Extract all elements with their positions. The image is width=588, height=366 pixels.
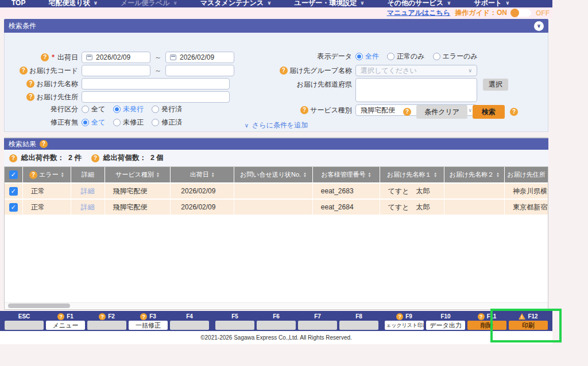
radio-issue-not-issued[interactable] <box>113 106 121 113</box>
detail-link[interactable]: 詳細 <box>81 186 95 196</box>
dest-code-to-input[interactable] <box>165 65 234 76</box>
radio-label: 全件 <box>365 52 379 61</box>
ship-date-from-input[interactable]: 2026/02/09 <box>82 52 150 63</box>
search-button[interactable]: 検索 <box>473 105 505 119</box>
collapse-panel-button[interactable] <box>534 21 544 31</box>
fkey-f7: F7 <box>298 313 337 331</box>
fkey-f1: F1 メニュー <box>46 313 85 331</box>
col-ship-date[interactable]: 出荷日 <box>171 167 234 182</box>
ship-date-to-input[interactable]: 2026/02/09 <box>165 52 234 63</box>
radio-label: 未発行 <box>123 104 144 114</box>
row-checkbox[interactable] <box>9 187 18 196</box>
col-label: お届け先名称２ <box>450 170 494 179</box>
guide-toggle[interactable] <box>512 9 531 17</box>
help-icon[interactable] <box>9 154 17 162</box>
clear-conditions-button[interactable]: 条件クリア <box>416 105 467 119</box>
fkey-label: F3 <box>149 313 156 320</box>
chevron-down-icon <box>267 0 271 7</box>
manual-link[interactable]: マニュアルはこちら <box>387 8 451 18</box>
help-icon[interactable] <box>29 171 37 179</box>
col-name1[interactable]: お届け先名称１ <box>380 167 445 182</box>
help-icon[interactable] <box>280 67 288 75</box>
delete-button[interactable]: 削除 <box>467 321 506 330</box>
sort-icon <box>303 172 307 178</box>
dest-pref-textarea[interactable] <box>355 78 477 102</box>
nav-item-support[interactable]: サポート <box>474 0 509 7</box>
help-icon[interactable] <box>41 53 49 61</box>
total-shipments-label: 総出荷件数： <box>21 153 64 163</box>
help-icon[interactable] <box>478 313 485 320</box>
help-icon[interactable] <box>20 67 28 75</box>
ship-date-label: 出荷日 <box>57 53 78 63</box>
dest-code-from-input[interactable] <box>82 65 150 76</box>
nav-item-other-services[interactable]: その他のサービス <box>387 0 451 7</box>
help-icon[interactable] <box>26 93 34 101</box>
help-icon[interactable] <box>26 80 34 88</box>
help-icon[interactable] <box>99 313 106 320</box>
menu-button[interactable]: メニュー <box>46 321 85 330</box>
horizontal-scrollbar[interactable] <box>5 302 548 308</box>
total-pieces-label: 総出荷個数： <box>103 153 146 163</box>
detail-link[interactable]: 詳細 <box>81 203 95 212</box>
col-service[interactable]: サービス種別 <box>105 167 171 182</box>
fkey-label: ESC <box>18 313 30 320</box>
nav-item-takuhaibin-invoice[interactable]: 宅配便送り状 <box>48 0 98 7</box>
radio-display-normal[interactable] <box>387 53 394 60</box>
help-icon[interactable] <box>300 106 308 114</box>
dest-name-input[interactable] <box>82 78 230 89</box>
pref-select-button[interactable]: 選択 <box>483 79 508 91</box>
col-name2[interactable]: お届け先名称２ <box>444 167 505 182</box>
col-customer-no[interactable]: お客様管理番号 <box>313 167 380 182</box>
radio-label: 発行済 <box>161 104 182 114</box>
nav-item-top[interactable]: TOP <box>11 0 25 7</box>
nav-label: メール便ラベル <box>121 0 169 7</box>
help-icon[interactable] <box>57 313 64 320</box>
more-conditions-link[interactable]: さらに条件を追加 <box>5 120 548 130</box>
nav-item-user-settings[interactable]: ユーザー・環境設定 <box>295 0 365 7</box>
nav-label: ユーザー・環境設定 <box>295 0 357 7</box>
dest-code-label: お届け先コード <box>29 66 78 76</box>
help-icon[interactable] <box>40 140 48 148</box>
checklist-print-button[interactable]: チェックリスト印刷 <box>385 321 424 330</box>
results-table: エラー 詳細 サービス種別 出荷日 お問い合せ送り状No. お客様管理番号 お届… <box>4 166 548 310</box>
nav-label: その他のサービス <box>387 0 443 7</box>
col-error[interactable]: エラー <box>23 167 71 182</box>
help-icon[interactable] <box>403 108 411 116</box>
help-icon[interactable] <box>510 108 518 116</box>
help-icon[interactable] <box>91 154 99 162</box>
dest-addr-input[interactable] <box>82 91 230 103</box>
select-all-checkbox[interactable] <box>9 170 18 179</box>
scrollbar-thumb[interactable] <box>8 303 70 308</box>
col-tracking-no[interactable]: お問い合せ送り状No. <box>234 167 313 182</box>
chevron-down-icon <box>360 0 364 7</box>
batch-edit-button[interactable]: 一括修正 <box>129 321 168 330</box>
radio-issue-issued[interactable] <box>152 106 159 113</box>
print-button[interactable]: 印刷 <box>509 321 548 330</box>
radio-display-all[interactable] <box>355 53 363 60</box>
required-mark: * <box>52 53 55 61</box>
col-address[interactable]: お届け先住所 <box>505 167 548 182</box>
radio-display-error[interactable] <box>433 53 440 60</box>
data-output-button[interactable]: データ出力 <box>426 321 465 330</box>
fkey-f10: F10 データ出力 <box>426 313 465 331</box>
col-label: お客様管理番号 <box>321 170 365 179</box>
sort-icon <box>156 172 160 178</box>
radio-issue-all[interactable] <box>82 106 89 113</box>
fkey-f3: F3 一括修正 <box>129 313 168 331</box>
nav-label: マスタメンテナンス <box>200 0 264 7</box>
dest-group-select[interactable]: 選択してください <box>355 65 477 76</box>
help-icon[interactable] <box>140 313 147 320</box>
ship-date-from-value: 2026/02/09 <box>96 53 130 61</box>
cell-address: 東京都新宿区 <box>505 200 548 215</box>
results-panel-header: 検索結果 <box>4 137 548 150</box>
service-type-value: 飛脚宅配便 <box>361 106 395 115</box>
fkey-label: F2 <box>108 313 115 320</box>
row-checkbox[interactable] <box>9 203 18 212</box>
search-panel-header: 検索条件 <box>4 19 548 33</box>
dest-name-label: お届け先名称 <box>36 79 78 89</box>
nav-item-mail-label[interactable]: メール便ラベル <box>121 0 177 7</box>
cell-ship-date: 2026/02/09 <box>171 184 234 198</box>
sort-icon <box>434 172 437 178</box>
help-icon[interactable] <box>396 313 403 320</box>
nav-item-master-maintenance[interactable]: マスタメンテナンス <box>200 0 272 7</box>
